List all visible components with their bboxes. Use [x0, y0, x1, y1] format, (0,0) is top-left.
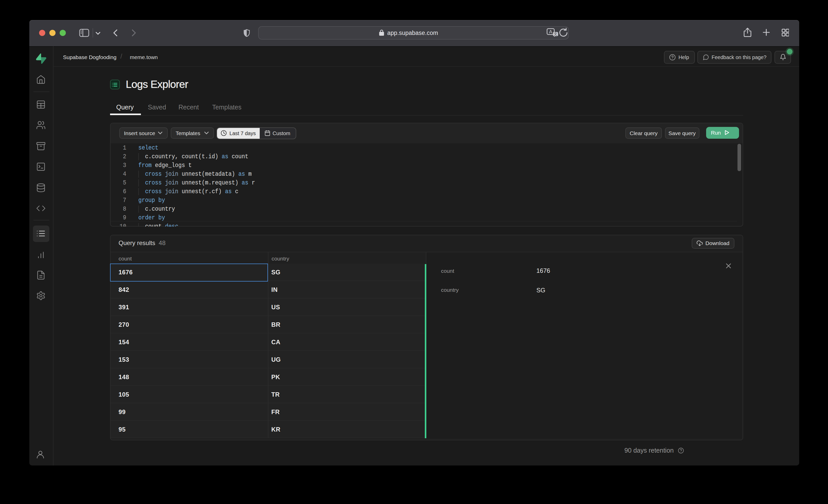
svg-text:文: 文 [554, 32, 557, 36]
svg-text:A: A [549, 29, 552, 35]
